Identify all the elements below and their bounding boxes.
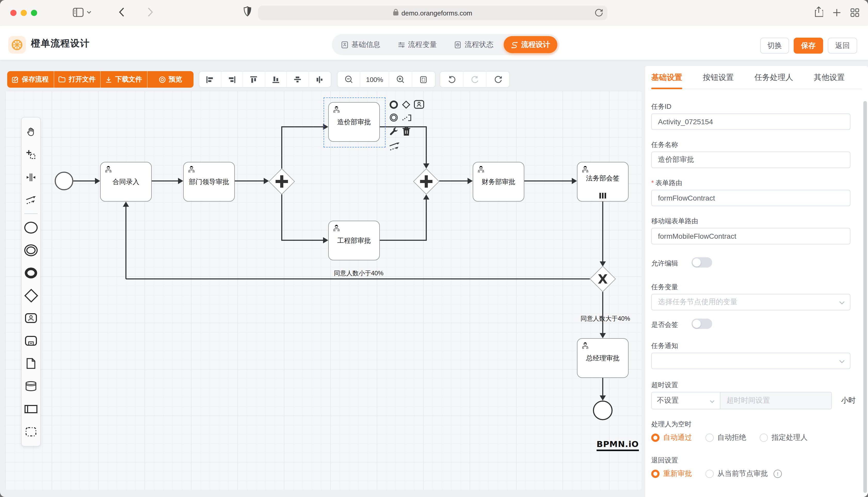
create-group[interactable]	[22, 420, 40, 443]
download-file-button[interactable]: 下载文件	[101, 71, 147, 88]
zoom-in-icon[interactable]	[389, 72, 412, 87]
tab-flow-design[interactable]: 流程设计	[504, 36, 557, 53]
radio-re-approve[interactable]: 重新审批	[651, 469, 692, 479]
align-center-h-icon[interactable]	[309, 72, 331, 87]
panel-scrollbar[interactable]	[863, 101, 867, 493]
reload-icon[interactable]	[595, 8, 603, 18]
preview-button[interactable]: 预览	[147, 71, 194, 88]
edge-label-lt40[interactable]: 同意人数小于40%	[334, 269, 383, 278]
flow-edge[interactable]	[281, 240, 323, 241]
bpmn-canvas[interactable]: 同意人数小于40% 同意人数大于40% X 合同录入 部门领导审批 造价部审批	[5, 91, 642, 490]
chevron-down-icon[interactable]	[87, 11, 91, 14]
append-gateway-icon[interactable]	[401, 100, 411, 111]
task-id-field[interactable]	[651, 113, 851, 130]
create-start-event[interactable]	[22, 216, 40, 239]
create-user-task[interactable]	[22, 307, 40, 329]
align-center-v-icon[interactable]	[287, 72, 309, 87]
parallel-gateway-join[interactable]	[413, 169, 439, 194]
create-subprocess[interactable]	[22, 329, 40, 352]
address-bar[interactable]: demo.orangeforms.com	[258, 6, 607, 20]
exclusive-gateway[interactable]: X	[590, 266, 616, 292]
task-engineering-approval[interactable]: 工程部审批	[328, 221, 380, 260]
flow-edge[interactable]	[439, 181, 468, 182]
task-legal-countersign[interactable]: 法务部会签	[577, 162, 629, 202]
task-general-manager-approval[interactable]: 总经理审批	[577, 338, 629, 378]
radio-auto-approve[interactable]: 自动通过	[651, 433, 692, 442]
tab-task-assignee[interactable]: 任务处理人	[755, 66, 793, 89]
fit-viewport-icon[interactable]	[412, 72, 435, 87]
task-cost-dept-approval[interactable]: 造价部审批	[328, 102, 380, 142]
zoom-window-button[interactable]	[31, 10, 37, 16]
tab-basic-settings[interactable]: 基础设置	[651, 66, 682, 89]
task-finance-approval[interactable]: 财务部审批	[473, 162, 524, 202]
back-button[interactable]: 返回	[828, 38, 857, 54]
parallel-gateway-split[interactable]	[269, 169, 295, 194]
task-name-field[interactable]	[651, 152, 851, 168]
open-file-button[interactable]: 打开文件	[54, 71, 101, 88]
flow-edge[interactable]	[602, 378, 603, 395]
flow-edge[interactable]	[281, 127, 282, 171]
radio-from-current-node[interactable]: 从当前节点审批!	[705, 469, 782, 479]
form-route-field[interactable]	[651, 190, 851, 206]
redo-icon[interactable]	[464, 72, 487, 87]
edge-label-gt40[interactable]: 同意人数大于40%	[581, 314, 630, 323]
minimize-window-button[interactable]	[20, 10, 27, 16]
trash-icon[interactable]	[402, 126, 411, 138]
new-tab-icon[interactable]	[833, 9, 841, 16]
create-data-object[interactable]	[22, 352, 40, 375]
save-button[interactable]: 保存	[794, 38, 823, 54]
task-notify-select[interactable]	[651, 353, 851, 369]
flow-edge[interactable]	[426, 126, 427, 164]
flow-edge[interactable]	[426, 200, 427, 241]
flow-edge[interactable]	[380, 240, 427, 241]
timeout-time-input[interactable]: 超时时间设置	[720, 392, 831, 409]
countersign-toggle[interactable]	[691, 318, 712, 329]
close-window-button[interactable]	[10, 10, 16, 16]
undo-icon[interactable]	[440, 72, 464, 87]
flow-edge[interactable]	[602, 202, 603, 261]
flow-edge[interactable]	[126, 279, 590, 280]
bpmn-io-watermark[interactable]: BPMN.iO	[596, 439, 639, 451]
tab-overview-icon[interactable]	[851, 8, 859, 17]
info-icon[interactable]: !	[774, 470, 782, 478]
end-event[interactable]	[593, 401, 612, 420]
shield-icon[interactable]	[244, 6, 251, 16]
timeout-mode-select[interactable]: 不设置	[652, 392, 720, 409]
task-contract-entry[interactable]: 合同录入	[100, 162, 152, 202]
flow-edge[interactable]	[152, 181, 178, 182]
radio-assign-handler[interactable]: 指定处理人	[760, 433, 808, 442]
zoom-level[interactable]: 100%	[360, 72, 389, 87]
tab-button-settings[interactable]: 按钮设置	[703, 66, 734, 89]
flow-edge[interactable]	[602, 291, 603, 333]
append-intermediate-event-icon[interactable]	[389, 113, 398, 124]
task-variable-select[interactable]: 选择任务节点使用的变量	[651, 294, 851, 310]
append-user-task-icon[interactable]	[414, 100, 424, 111]
tab-basic-info[interactable]: 基础信息	[334, 36, 388, 53]
align-right-icon[interactable]	[221, 72, 243, 87]
tab-flow-status[interactable]: 流程状态	[447, 36, 501, 53]
share-icon[interactable]	[814, 6, 823, 17]
back-icon[interactable]	[119, 7, 124, 17]
radio-auto-reject[interactable]: 自动拒绝	[705, 433, 746, 442]
flow-edge[interactable]	[281, 192, 282, 240]
save-flow-button[interactable]: 保存流程	[7, 71, 54, 88]
tab-flow-variables[interactable]: 流程变量	[390, 36, 444, 53]
sidebar-icon[interactable]	[73, 8, 84, 17]
align-bottom-icon[interactable]	[265, 72, 287, 87]
hand-tool[interactable]	[22, 120, 40, 143]
space-tool[interactable]	[22, 166, 40, 189]
start-event[interactable]	[55, 172, 73, 190]
create-gateway[interactable]	[22, 284, 40, 307]
task-dept-leader-approval[interactable]: 部门领导审批	[183, 162, 235, 202]
flow-edge[interactable]	[73, 181, 95, 182]
append-end-event-icon[interactable]	[389, 100, 398, 111]
flow-edge[interactable]	[524, 181, 572, 182]
zoom-out-icon[interactable]	[337, 72, 360, 87]
wrench-icon[interactable]	[389, 127, 399, 139]
create-data-store[interactable]	[22, 375, 40, 397]
text-annotation-icon[interactable]	[401, 113, 413, 124]
connect-tool-icon[interactable]	[389, 141, 400, 154]
lasso-tool[interactable]	[22, 143, 40, 166]
flow-edge[interactable]	[235, 181, 264, 182]
flow-edge[interactable]	[281, 126, 323, 127]
